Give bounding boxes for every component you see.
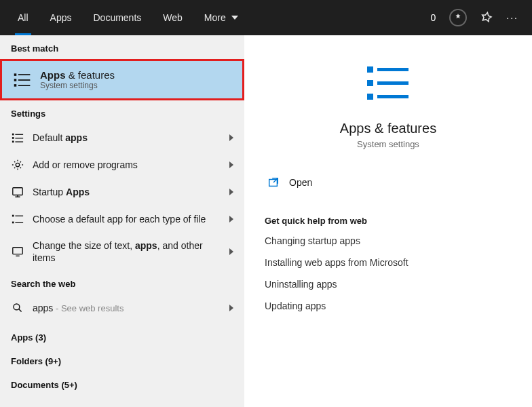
svg-rect-5 <box>18 85 31 86</box>
svg-rect-23 <box>377 81 408 85</box>
best-match-subtitle: System settings <box>40 81 115 90</box>
chevron-right-icon <box>229 248 233 255</box>
svg-rect-10 <box>12 141 14 143</box>
settings-item-text-size[interactable]: Change the size of text, apps, and other… <box>0 233 244 271</box>
svg-rect-2 <box>14 79 17 81</box>
svg-rect-6 <box>12 134 14 136</box>
web-search-label: apps - See web results <box>33 302 221 315</box>
svg-rect-21 <box>377 68 408 71</box>
search-web-header: Search the web <box>0 271 244 294</box>
svg-point-19 <box>14 304 20 310</box>
chevron-right-icon <box>229 189 233 195</box>
search-icon <box>11 301 24 315</box>
category-apps[interactable]: Apps (3) <box>0 322 244 345</box>
web-search-item[interactable]: apps - See web results <box>0 294 244 322</box>
best-match-result[interactable]: Apps & features System settings <box>0 59 244 100</box>
chevron-right-icon <box>229 216 233 222</box>
quick-link[interactable]: Installing web apps from Microsoft <box>265 257 512 268</box>
apps-features-icon <box>13 71 32 90</box>
tab-more[interactable]: More <box>193 0 249 35</box>
svg-point-12 <box>16 163 19 166</box>
quick-link[interactable]: Updating apps <box>265 301 512 311</box>
chevron-right-icon <box>229 161 233 168</box>
svg-rect-13 <box>13 188 22 195</box>
svg-rect-22 <box>367 80 373 86</box>
settings-item-label: Add or remove programs <box>33 159 221 171</box>
rewards-count: 0 <box>431 12 436 23</box>
tab-web[interactable]: Web <box>152 0 193 35</box>
tab-apps[interactable]: Apps <box>39 0 83 35</box>
topbar-right: 0 ··· <box>431 9 525 26</box>
feedback-icon[interactable] <box>480 11 493 25</box>
more-options-icon[interactable]: ··· <box>506 12 518 23</box>
quick-help-header: Get quick help from web <box>265 216 512 226</box>
svg-rect-24 <box>367 94 373 100</box>
svg-rect-7 <box>15 134 23 135</box>
settings-item-file-default[interactable]: Choose a default app for each type of fi… <box>0 206 244 233</box>
results-panel: Best match Apps & features System settin… <box>0 35 244 407</box>
apps-features-large-icon <box>364 62 412 110</box>
svg-rect-15 <box>15 216 23 216</box>
svg-rect-9 <box>15 138 23 138</box>
startup-icon <box>11 185 24 199</box>
gear-icon <box>11 158 24 172</box>
svg-rect-18 <box>13 248 22 254</box>
svg-rect-11 <box>15 141 23 142</box>
settings-header: Settings <box>0 100 244 124</box>
settings-item-startup[interactable]: Startup Apps <box>0 178 244 206</box>
open-label: Open <box>289 177 312 188</box>
svg-rect-20 <box>367 66 373 73</box>
settings-item-label: Startup Apps <box>33 186 221 198</box>
svg-rect-3 <box>18 79 31 81</box>
search-topbar: All Apps Documents Web More 0 ··· <box>0 0 532 35</box>
best-match-title: Apps & features <box>40 69 115 81</box>
chevron-right-icon <box>229 305 233 311</box>
svg-rect-25 <box>377 95 408 98</box>
settings-item-label: Choose a default app for each type of fi… <box>33 213 221 225</box>
category-folders[interactable]: Folders (9+) <box>0 345 244 369</box>
svg-rect-4 <box>14 84 17 87</box>
file-default-icon <box>11 212 24 226</box>
chevron-right-icon <box>229 134 233 141</box>
tab-more-label: More <box>204 12 226 23</box>
settings-item-label: Default apps <box>33 132 221 144</box>
default-apps-icon <box>11 131 24 144</box>
quick-link[interactable]: Uninstalling apps <box>265 279 512 290</box>
svg-rect-0 <box>14 73 17 76</box>
svg-rect-1 <box>18 74 31 75</box>
settings-item-default-apps[interactable]: Default apps <box>0 124 244 151</box>
rewards-icon[interactable] <box>449 9 467 26</box>
chevron-down-icon <box>231 16 238 20</box>
settings-item-add-remove[interactable]: Add or remove programs <box>0 151 244 178</box>
svg-rect-8 <box>12 137 14 139</box>
svg-rect-14 <box>12 215 14 217</box>
settings-item-label: Change the size of text, apps, and other… <box>33 239 221 264</box>
quick-link[interactable]: Changing startup apps <box>265 235 512 246</box>
svg-rect-17 <box>15 222 23 223</box>
svg-rect-16 <box>12 222 14 224</box>
tab-documents[interactable]: Documents <box>82 0 152 35</box>
category-documents[interactable]: Documents (5+) <box>0 369 244 393</box>
detail-panel: Apps & features System settings Open Get… <box>244 35 532 407</box>
display-icon <box>11 245 24 258</box>
best-match-header: Best match <box>0 35 244 59</box>
open-icon <box>267 176 280 189</box>
detail-title: Apps & features <box>265 121 512 136</box>
filter-tabs: All Apps Documents Web More <box>7 0 249 35</box>
open-action[interactable]: Open <box>265 176 512 189</box>
tab-all[interactable]: All <box>7 0 39 35</box>
detail-subtitle: System settings <box>265 139 512 149</box>
